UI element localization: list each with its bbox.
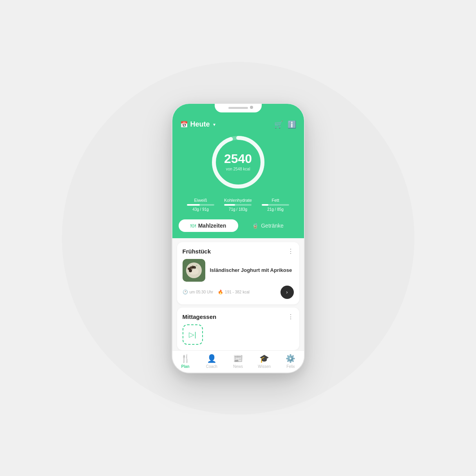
meal-time-1: 🕐 um 05:30 Uhr bbox=[183, 290, 214, 295]
meal-title-mittagessen: Mittagessen bbox=[183, 313, 217, 320]
nav-label-felix: Felix bbox=[286, 364, 295, 369]
fire-icon: 🔥 bbox=[218, 290, 223, 295]
go-arrow-icon-1: › bbox=[286, 289, 288, 295]
content-area: Frühstück ⋮ bbox=[172, 238, 304, 350]
meal-calories-text-1: 191 - 382 kcal bbox=[225, 290, 250, 294]
nav-icon-plan: 🍴 bbox=[181, 354, 190, 363]
macro-fett-fill bbox=[262, 204, 269, 206]
calorie-ring: 2540 von 2548 kcal bbox=[209, 133, 268, 192]
macro-kohlenhydrate-fill bbox=[224, 204, 235, 206]
cart-button[interactable]: 🛒 bbox=[274, 120, 283, 129]
top-bar: 📅 Heute ▾ 🛒 ℹ️ bbox=[180, 120, 296, 129]
nav-item-news[interactable]: 📰 News bbox=[228, 354, 248, 369]
phone-mockup: 📅 Heute ▾ 🛒 ℹ️ bbox=[172, 103, 305, 373]
meal-item-image-1 bbox=[183, 259, 205, 282]
macro-kohlenhydrate-label: Kohlenhydrate bbox=[224, 198, 252, 203]
meal-calories-1: 🔥 191 - 382 kcal bbox=[218, 290, 250, 295]
nav-icon-coach: 👤 bbox=[207, 354, 217, 363]
nav-label-wissen: Wissen bbox=[258, 364, 271, 369]
getraenke-label: Getränke bbox=[261, 223, 284, 229]
macro-eiweiss-value: 43g / 91g bbox=[192, 207, 209, 212]
calorie-ring-container: 2540 von 2548 kcal bbox=[180, 133, 296, 192]
notch-speaker bbox=[228, 107, 248, 109]
ring-center-text: 2540 von 2548 kcal bbox=[224, 152, 252, 172]
clock-icon: 🕐 bbox=[183, 290, 188, 295]
meal-card-mittagessen: Mittagessen ⋮ ▷| bbox=[177, 308, 299, 350]
nav-item-coach[interactable]: 👤 Coach bbox=[202, 354, 221, 369]
tab-mahlzeiten[interactable]: 🍽 Mahlzeiten bbox=[179, 219, 238, 232]
nav-icon-wissen: 🎓 bbox=[259, 354, 269, 363]
calorie-subtitle: von 2548 kcal bbox=[226, 167, 250, 171]
nav-item-felix[interactable]: ⚙️ Felix bbox=[281, 354, 300, 369]
macro-fett: Fett 21g / 85g bbox=[262, 198, 289, 212]
nav-icon-news: 📰 bbox=[233, 354, 243, 363]
date-label: Heute bbox=[190, 120, 210, 129]
top-icons: 🛒 ℹ️ bbox=[274, 120, 296, 129]
meals-list: Frühstück ⋮ bbox=[172, 238, 304, 350]
phone-notch bbox=[215, 104, 262, 112]
nav-label-coach: Coach bbox=[206, 364, 217, 369]
nav-item-wissen[interactable]: 🎓 Wissen bbox=[255, 354, 274, 369]
date-section[interactable]: 📅 Heute ▾ bbox=[180, 120, 215, 129]
macro-kohlenhydrate: Kohlenhydrate 71g / 183g bbox=[224, 198, 252, 212]
meal-card-header-1: Frühstück ⋮ bbox=[183, 248, 294, 255]
meal-go-button-1[interactable]: › bbox=[281, 286, 294, 299]
macro-fett-label: Fett bbox=[272, 198, 279, 203]
svg-point-9 bbox=[188, 268, 190, 270]
nav-label-news: News bbox=[233, 364, 243, 369]
phone-screen: 📅 Heute ▾ 🛒 ℹ️ bbox=[172, 104, 304, 373]
macro-eiweiss-label: Eiweiß bbox=[194, 198, 207, 203]
header-area: 📅 Heute ▾ 🛒 ℹ️ bbox=[172, 104, 304, 219]
meal-food-image bbox=[183, 259, 205, 282]
macros-row: Eiweiß 43g / 91g Kohlenhydrate 71g / 183… bbox=[180, 198, 296, 212]
meal-tabs: 🍽 Mahlzeiten 🧋 Getränke bbox=[172, 219, 304, 238]
nav-item-plan[interactable]: 🍴 Plan bbox=[176, 354, 195, 369]
meal-title-fruehstueck: Frühstück bbox=[183, 248, 211, 255]
macro-fett-track bbox=[262, 204, 289, 206]
nav-icon-felix: ⚙️ bbox=[286, 354, 295, 363]
mahlzeiten-icon: 🍽 bbox=[190, 223, 196, 229]
macro-eiweiss-fill bbox=[187, 204, 200, 206]
meal-meta-row-1: 🕐 um 05:30 Uhr 🔥 191 - 382 kcal › bbox=[183, 286, 294, 299]
macro-eiweiss-track bbox=[187, 204, 214, 206]
macro-kohlenhydrate-value: 71g / 183g bbox=[229, 207, 247, 212]
notch-camera bbox=[250, 106, 253, 109]
calorie-number: 2540 bbox=[224, 152, 252, 165]
macro-eiweiss: Eiweiß 43g / 91g bbox=[187, 198, 214, 212]
svg-point-6 bbox=[192, 266, 194, 268]
phone-frame: 📅 Heute ▾ 🛒 ℹ️ bbox=[172, 103, 305, 373]
meal-time-text-1: um 05:30 Uhr bbox=[190, 290, 214, 294]
bottom-nav: 🍴 Plan 👤 Coach 📰 News 🎓 Wissen ⚙️ bbox=[172, 350, 304, 373]
add-meal-button[interactable]: ▷| bbox=[183, 324, 203, 345]
mahlzeiten-label: Mahlzeiten bbox=[198, 223, 226, 229]
meal-item-name-1: Isländischer Joghurt mit Aprikose bbox=[210, 267, 294, 273]
macro-kohlenhydrate-track bbox=[224, 204, 252, 206]
meal-more-button-1[interactable]: ⋮ bbox=[288, 248, 294, 255]
meal-card-fruehstueck: Frühstück ⋮ bbox=[177, 242, 299, 304]
macro-fett-value: 21g / 85g bbox=[267, 207, 284, 212]
meal-card-header-2: Mittagessen ⋮ bbox=[183, 313, 294, 320]
calendar-icon: 📅 bbox=[180, 121, 188, 128]
add-plus-icon: ▷| bbox=[189, 330, 196, 339]
meal-more-button-2[interactable]: ⋮ bbox=[288, 313, 294, 320]
tab-getraenke[interactable]: 🧋 Getränke bbox=[238, 219, 298, 232]
meal-item-row-1: Isländischer Joghurt mit Aprikose bbox=[183, 259, 294, 282]
info-button[interactable]: ℹ️ bbox=[288, 120, 296, 129]
food-svg bbox=[183, 259, 205, 282]
nav-label-plan: Plan bbox=[181, 364, 190, 369]
getraenke-icon: 🧋 bbox=[252, 223, 259, 229]
chevron-down-icon: ▾ bbox=[213, 122, 215, 127]
